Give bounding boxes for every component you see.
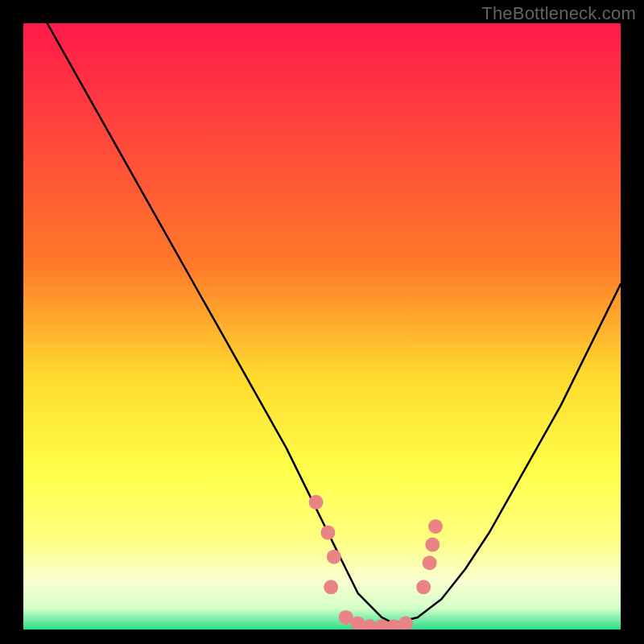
data-marker [428,519,443,534]
data-marker [324,580,338,594]
bottleneck-chart-svg [23,23,621,630]
data-marker [425,538,440,552]
data-marker [327,550,341,564]
data-marker [320,526,335,540]
gradient-background [23,23,621,630]
data-marker [416,580,431,594]
chart-frame: TheBottleneck.com [0,0,644,644]
watermark-text: TheBottleneck.com [481,3,636,24]
data-marker [423,555,437,570]
data-marker [309,495,324,510]
plot-area [23,23,621,630]
